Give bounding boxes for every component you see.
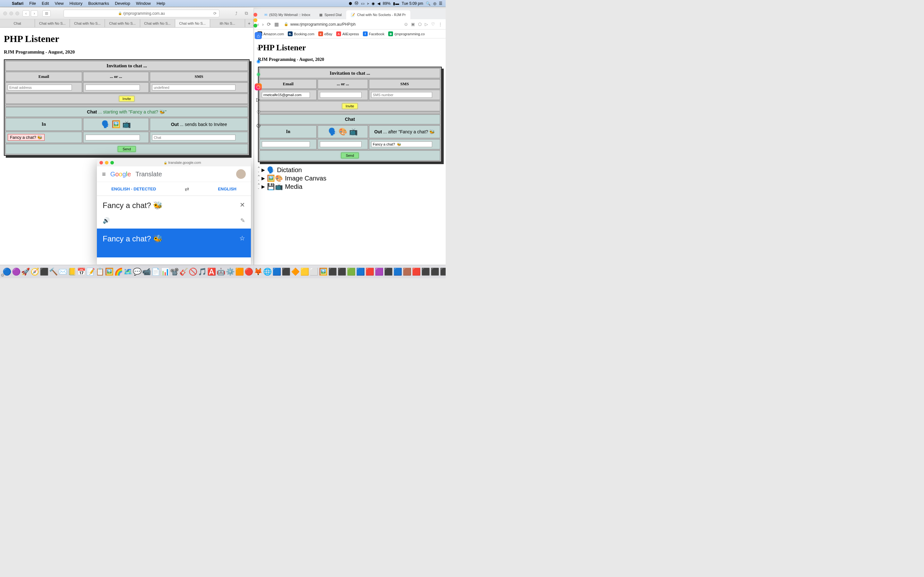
camera-icon[interactable]: ▣ (411, 22, 415, 27)
target-lang[interactable]: ENGLISH (218, 187, 236, 191)
chat-out-input[interactable] (371, 141, 432, 147)
bookmark-icon[interactable]: ▷ (425, 22, 428, 27)
safari-tab[interactable]: Chat with No S... (105, 19, 140, 27)
source-lang[interactable]: ENGLISH - DETECTED (111, 187, 156, 191)
bookmark-item[interactable]: AAliExpress (336, 31, 359, 36)
launchpad-icon[interactable]: 🚀 (21, 267, 30, 277)
bookmark-item[interactable]: fFacebook (363, 31, 384, 36)
messages-icon[interactable]: 💬 (133, 267, 142, 277)
app-icon[interactable]: ⬛ (421, 267, 430, 277)
browser2-tab[interactable]: ✉(920) My Webmail :: Inbox (260, 10, 315, 19)
browser2-tab-active[interactable]: 📝Chat with No Sockets - RJM Pr (346, 10, 410, 19)
avatar[interactable] (236, 169, 246, 179)
preview-icon[interactable]: 🖼️ (105, 267, 113, 277)
minimize-button[interactable] (105, 161, 108, 164)
menu-app[interactable]: Safari (9, 1, 26, 6)
app-icon[interactable]: 🖼️ (319, 267, 328, 277)
zoom-button[interactable] (15, 11, 19, 15)
menu-icon[interactable]: ≡ (102, 171, 106, 178)
details-image-canvas[interactable]: ^-▶ 🖼️🎨 Image Canvas (258, 174, 442, 182)
sms-input[interactable] (152, 85, 236, 90)
reminders-icon[interactable]: 📋 (95, 267, 104, 277)
app-icon[interactable]: 🟨 (300, 267, 309, 277)
app-icon[interactable]: 🔶 (291, 267, 300, 277)
app-icon[interactable]: ⬛ (431, 267, 439, 277)
safari-tab[interactable]: Chat (0, 19, 35, 27)
search-icon[interactable]: ⊙ (404, 22, 408, 27)
notification-icon[interactable]: ☰ (439, 1, 443, 6)
back-button[interactable]: ‹ (257, 21, 259, 27)
browser2-tab[interactable]: ▦Speed Dial (315, 10, 346, 19)
garageband-icon[interactable]: 🎸 (179, 267, 188, 277)
safari-tab[interactable]: ith No S... (210, 19, 245, 27)
history-icon[interactable]: ◷ (255, 122, 262, 129)
instagram-icon[interactable]: ◯ (255, 83, 262, 90)
keynote-icon[interactable]: 📽️ (170, 267, 179, 277)
xd-icon[interactable]: 🟪 (375, 267, 383, 277)
clear-icon[interactable]: ✕ (240, 201, 245, 209)
minimize-button[interactable] (254, 18, 257, 22)
address-bar[interactable]: 🔒 rjmprogramming.com.au ⟳ (63, 10, 220, 17)
app-icon[interactable]: 🟧 (235, 267, 244, 277)
browser2-url[interactable]: 🔒 www.rjmprogramming.com.au/PHP/ph (282, 22, 401, 27)
chat-in-input[interactable] (262, 141, 310, 147)
app-icon[interactable]: 🟥 (365, 267, 374, 277)
safari-tab-active[interactable]: Chat with No S... (175, 19, 210, 27)
or-input[interactable] (86, 85, 140, 90)
chrome-icon[interactable]: 🌐 (263, 267, 272, 277)
xcode-icon[interactable]: 🔨 (49, 267, 58, 277)
bookmark-item[interactable]: ⊕rjmprogramming.co (388, 31, 425, 36)
block-icon[interactable]: 🚫 (189, 267, 197, 277)
menu-view[interactable]: View (52, 1, 67, 6)
mail-icon[interactable]: ✉️ (58, 267, 67, 277)
translate-input[interactable]: Fancy a chat? 🐝 ✕ (97, 196, 251, 215)
sidebar-button[interactable]: ▥ (42, 10, 51, 17)
bluetooth-icon[interactable]: ᚛ (367, 1, 369, 6)
tabs-button[interactable]: ⧉ (242, 10, 250, 17)
whatsapp-icon[interactable]: ◉ (255, 71, 262, 77)
chat-out-input[interactable] (152, 135, 236, 140)
app-icon[interactable]: ⬛ (384, 267, 393, 277)
filezilla-icon[interactable]: 🟥 (412, 267, 421, 277)
app-icon[interactable]: ⬜ (310, 267, 318, 277)
app-icon[interactable]: ⬛ (440, 267, 446, 277)
zoom-button[interactable] (254, 24, 257, 27)
gear-icon[interactable]: ⚙ (1, 273, 5, 277)
safari-tab[interactable]: Chat with No S... (35, 19, 70, 27)
menu-history[interactable]: History (66, 1, 85, 6)
new-tab-button[interactable]: + (245, 19, 254, 27)
close-button[interactable] (254, 13, 257, 17)
safari-icon[interactable]: 🧭 (31, 267, 39, 277)
swap-icon[interactable]: ⇄ (185, 186, 189, 192)
menu-icon[interactable]: ⋮ (438, 22, 443, 27)
menu-file[interactable]: File (26, 1, 39, 6)
chat-icons[interactable]: 🗣️ 🎨 📺 (318, 125, 368, 138)
app-icon[interactable]: 🟦 (393, 267, 402, 277)
menu-help[interactable]: Help (153, 1, 168, 6)
appstore-icon[interactable]: 🅰️ (207, 267, 216, 277)
share-button[interactable]: ⤴ (232, 10, 240, 17)
heart-icon[interactable]: ♡ (431, 22, 435, 27)
contacts-icon[interactable]: 📒 (68, 267, 76, 277)
home-button[interactable]: ▦ (274, 21, 279, 27)
star-icon[interactable]: ☆ (239, 234, 245, 242)
email-input[interactable] (262, 92, 310, 98)
forward-button[interactable]: › (262, 21, 264, 27)
automator-icon[interactable]: 🤖 (216, 267, 225, 277)
spotlight-icon[interactable]: 🔍 (426, 1, 431, 6)
close-button[interactable] (99, 161, 103, 164)
menu-bookmarks[interactable]: Bookmarks (86, 1, 112, 6)
numbers-icon[interactable]: 📊 (161, 267, 170, 277)
app-icon[interactable]: 🟦 (356, 267, 365, 277)
invite-button[interactable]: Invite (342, 103, 357, 109)
calendar-icon[interactable]: 📅 (77, 267, 86, 277)
app-icon[interactable]: ⬛ (282, 267, 290, 277)
zoom-button[interactable] (110, 161, 114, 164)
photos-icon[interactable]: 🌈 (114, 267, 123, 277)
pages-icon[interactable]: 📄 (152, 267, 160, 277)
chat-icons[interactable]: 🗣️ 🖼️ 📺 (83, 118, 149, 131)
reload-button[interactable]: ⟳ (213, 11, 216, 16)
back-button[interactable]: ‹ (23, 10, 29, 17)
app-icon[interactable]: 🟫 (403, 267, 411, 277)
settings-icon[interactable]: ⚙️ (226, 267, 234, 277)
